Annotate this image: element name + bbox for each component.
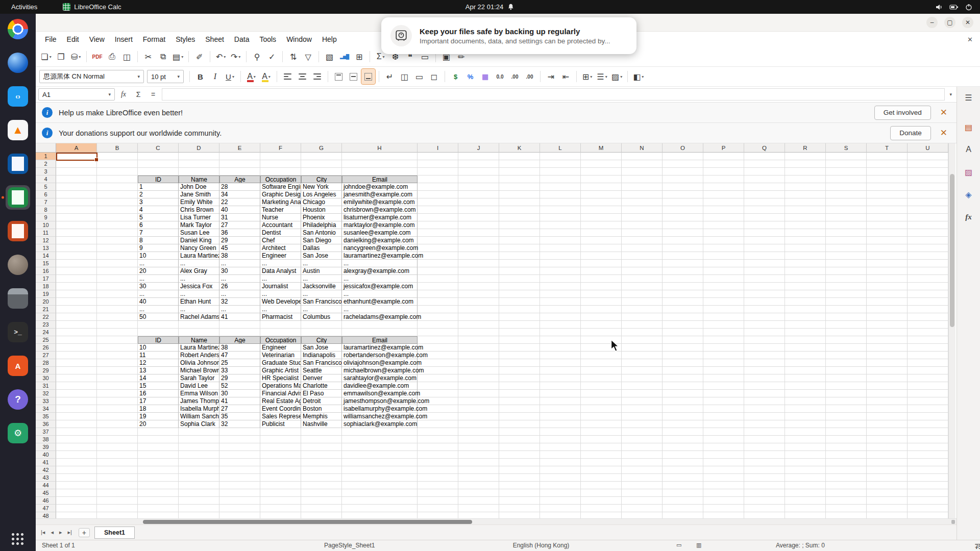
cell-J43[interactable] <box>458 474 499 482</box>
cell-N33[interactable] <box>622 397 663 405</box>
cell-R22[interactable] <box>785 313 826 321</box>
cell-T40[interactable] <box>867 451 908 459</box>
cell-R6[interactable] <box>785 191 826 198</box>
topbar-app-title[interactable]: LibreOffice Calc <box>63 3 121 11</box>
cell-D11[interactable]: Susan Lee <box>179 229 219 237</box>
cell-Q35[interactable] <box>744 413 785 420</box>
cell-B39[interactable] <box>97 443 138 451</box>
cell-M3[interactable] <box>581 168 622 176</box>
cell-D4[interactable]: Name <box>179 176 219 183</box>
cell-E37[interactable] <box>219 428 260 436</box>
cell-B15[interactable] <box>97 260 138 267</box>
cell-F30[interactable]: HR Specialist <box>260 374 301 382</box>
cell-N4[interactable] <box>622 176 663 183</box>
cell-H25[interactable]: Email <box>342 336 418 344</box>
cell-K43[interactable] <box>499 474 540 482</box>
toggle-print-preview-button[interactable]: ◫ <box>120 49 134 64</box>
cell-U11[interactable] <box>908 229 948 237</box>
cell-F41[interactable] <box>260 459 301 466</box>
row-header-2[interactable]: 2 <box>36 160 56 168</box>
cell-E36[interactable]: 32 <box>219 420 260 428</box>
column-header-L[interactable]: L <box>540 143 581 153</box>
cell-P42[interactable] <box>703 466 744 474</box>
cell-I43[interactable] <box>418 474 458 482</box>
cell-P44[interactable] <box>703 482 744 489</box>
cell-T12[interactable] <box>867 237 908 244</box>
sum-dropdown-icon[interactable]: ▾ <box>383 55 385 59</box>
cell-G32[interactable]: El Paso <box>301 390 342 397</box>
cell-F35[interactable]: Sales Representative <box>260 413 301 420</box>
cell-F25[interactable]: Occupation <box>260 336 301 344</box>
cell-D39[interactable] <box>179 443 219 451</box>
cell-K44[interactable] <box>499 482 540 489</box>
cell-F34[interactable]: Event Coordinator <box>260 405 301 413</box>
cell-O5[interactable] <box>663 183 703 191</box>
cell-L25[interactable] <box>540 336 581 344</box>
cell-M7[interactable] <box>581 198 622 206</box>
cell-D31[interactable]: David Lee <box>179 382 219 390</box>
row-header-43[interactable]: 43 <box>36 474 56 482</box>
cell-B9[interactable] <box>97 214 138 221</box>
menu-help[interactable]: Help <box>317 33 342 45</box>
cell-D45[interactable] <box>179 489 219 497</box>
cell-K26[interactable] <box>499 344 540 352</box>
cell-B27[interactable] <box>97 352 138 359</box>
cell-G35[interactable]: Memphis <box>301 413 342 420</box>
cell-T23[interactable] <box>867 321 908 329</box>
cell-S46[interactable] <box>826 497 867 505</box>
cell-B6[interactable] <box>97 191 138 198</box>
cell-K16[interactable] <box>499 267 540 275</box>
cell-H13[interactable]: nancygreen@example.com <box>342 244 418 252</box>
cell-H27[interactable]: robertanderson@example.com <box>342 352 418 359</box>
cell-A16[interactable] <box>56 267 97 275</box>
row-header-48[interactable]: 48 <box>36 512 56 518</box>
cell-B17[interactable] <box>97 275 138 283</box>
cut-button[interactable]: ✂ <box>141 49 155 64</box>
minimize-button[interactable]: – <box>926 17 938 28</box>
cell-I40[interactable] <box>418 451 458 459</box>
italic-button[interactable]: I <box>208 69 222 84</box>
cell-E47[interactable] <box>219 505 260 512</box>
cell-R44[interactable] <box>785 482 826 489</box>
cell-S27[interactable] <box>826 352 867 359</box>
cell-O33[interactable] <box>663 397 703 405</box>
cell-I28[interactable] <box>418 359 458 367</box>
cell-B12[interactable] <box>97 237 138 244</box>
cell-P26[interactable] <box>703 344 744 352</box>
cell-G7[interactable]: Chicago <box>301 198 342 206</box>
cell-M21[interactable] <box>581 306 622 313</box>
row-header-7[interactable]: 7 <box>36 198 56 206</box>
cell-U47[interactable] <box>908 505 948 512</box>
sort-button[interactable]: ⇅ <box>286 49 300 64</box>
cell-I16[interactable] <box>418 267 458 275</box>
cell-B2[interactable] <box>97 160 138 168</box>
cell-P9[interactable] <box>703 214 744 221</box>
cell-S23[interactable] <box>826 321 867 329</box>
cell-A38[interactable] <box>56 436 97 443</box>
cell-Q16[interactable] <box>744 267 785 275</box>
cell-B34[interactable] <box>97 405 138 413</box>
cell-G5[interactable]: New York <box>301 183 342 191</box>
cell-P27[interactable] <box>703 352 744 359</box>
cell-B1[interactable] <box>97 153 138 160</box>
cell-C46[interactable] <box>138 497 179 505</box>
row-header-29[interactable]: 29 <box>36 367 56 374</box>
cell-U13[interactable] <box>908 244 948 252</box>
export-as-pdf-button[interactable]: PDF <box>90 49 104 64</box>
cell-I47[interactable] <box>418 505 458 512</box>
cell-T30[interactable] <box>867 374 908 382</box>
cell-D2[interactable] <box>179 160 219 168</box>
cell-C40[interactable] <box>138 451 179 459</box>
cell-M37[interactable] <box>581 428 622 436</box>
cell-E28[interactable]: 25 <box>219 359 260 367</box>
cell-D23[interactable] <box>179 321 219 329</box>
cell-R25[interactable] <box>785 336 826 344</box>
cell-K28[interactable] <box>499 359 540 367</box>
cell-S10[interactable] <box>826 221 867 229</box>
cell-I26[interactable] <box>418 344 458 352</box>
cell-S20[interactable] <box>826 298 867 306</box>
cell-Q34[interactable] <box>744 405 785 413</box>
cell-G13[interactable]: Dallas <box>301 244 342 252</box>
cell-N18[interactable] <box>622 283 663 290</box>
cell-K35[interactable] <box>499 413 540 420</box>
